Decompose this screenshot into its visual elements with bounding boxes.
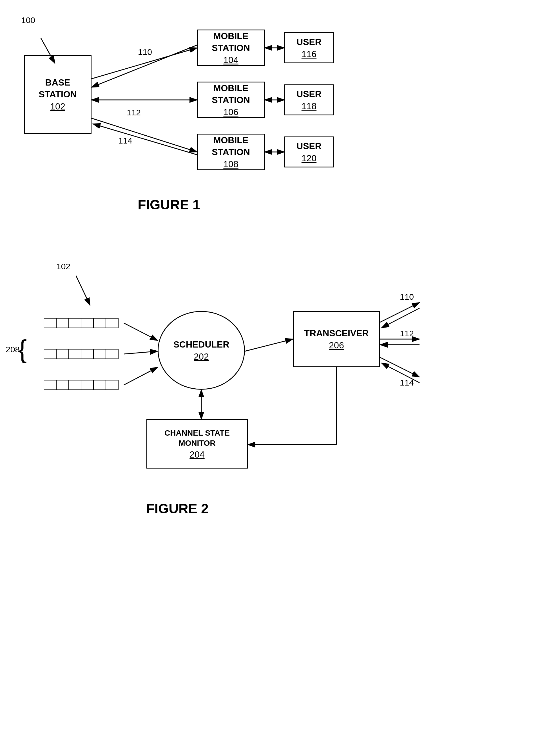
full-diagram: 100 BASESTATION 102 MOBILESTATION 104 MO… [0, 0, 560, 737]
mobile-station-104-box: MOBILESTATION 104 [197, 30, 265, 66]
queue-cell [44, 380, 57, 390]
mobile-station-108-box: MOBILESTATION 108 [197, 134, 265, 170]
mobile-station-106-box: MOBILESTATION 106 [197, 82, 265, 118]
link-114-arrow [92, 118, 197, 152]
fig1-diagram-label: 100 [21, 15, 35, 25]
transceiver-box: TRANSCEIVER 206 [293, 311, 380, 367]
base-station-number: 102 [50, 101, 65, 112]
mobile-106-label: MOBILESTATION [212, 82, 250, 106]
link-112-label: 112 [127, 108, 141, 117]
channel-state-monitor-label: CHANNEL STATEMONITOR [164, 428, 230, 448]
scheduler-box: SCHEDULER 202 [158, 311, 245, 390]
scheduler-label: SCHEDULER [173, 339, 229, 351]
queue-cell [68, 380, 81, 390]
mobile-106-number: 106 [223, 107, 238, 117]
queue-cell [44, 318, 57, 328]
queue-cell [106, 318, 119, 328]
queue-cell [106, 380, 119, 390]
user-118-label: USER [296, 88, 322, 100]
base-station-box: BASESTATION 102 [24, 55, 92, 134]
queue-cell [106, 349, 119, 359]
user-118-number: 118 [302, 101, 316, 111]
queue-cell [93, 318, 106, 328]
queue-cell [56, 380, 69, 390]
queue-cell [68, 318, 81, 328]
mobile-108-label: MOBILESTATION [212, 135, 250, 158]
queue-cell [81, 349, 94, 359]
transceiver-110-label: 110 [400, 292, 414, 302]
queue-208-label: 208 [6, 345, 20, 354]
fig2-diagram-label: 102 [56, 262, 70, 271]
transceiver-114-in [381, 363, 420, 383]
queue-cell [56, 318, 69, 328]
queue-cell [81, 318, 94, 328]
transceiver-114-label: 114 [400, 378, 414, 387]
link-114-label: 114 [118, 136, 132, 145]
channel-state-monitor-number: 204 [189, 449, 204, 460]
base-station-label: BASESTATION [39, 77, 77, 100]
queue3-to-scheduler [124, 367, 158, 385]
queue-cell [81, 380, 94, 390]
mobile-104-label: MOBILESTATION [212, 30, 250, 54]
transceiver-110-out [380, 303, 420, 322]
user-120-number: 120 [302, 153, 316, 164]
scheduler-to-transceiver [245, 339, 293, 351]
user-120-box: USER 120 [284, 137, 334, 168]
mobile-104-number: 104 [223, 55, 238, 65]
link-114-back-arrow [93, 124, 197, 155]
queue-row-1 [44, 318, 118, 328]
queue-cell [44, 349, 57, 359]
transceiver-114-out [380, 358, 420, 377]
user-118-box: USER 118 [284, 84, 334, 115]
figure2-caption: FIGURE 2 [121, 501, 234, 516]
link-110-label: 110 [138, 47, 152, 57]
user-116-label: USER [296, 36, 322, 48]
mobile-108-number: 108 [223, 159, 238, 169]
queue-cell [56, 349, 69, 359]
queue2-to-scheduler [124, 351, 158, 354]
user-120-label: USER [296, 140, 322, 152]
queue1-to-scheduler [124, 323, 158, 341]
fig2-102-arrow [76, 276, 90, 305]
scheduler-number: 202 [194, 352, 209, 362]
queue-cell [93, 380, 106, 390]
transceiver-112-label: 112 [400, 329, 414, 338]
transceiver-number: 206 [329, 340, 344, 351]
user-116-number: 116 [302, 49, 316, 59]
queue-cell [68, 349, 81, 359]
queue-row-3 [44, 380, 118, 390]
transceiver-110-in [381, 308, 420, 328]
figure1-caption: FIGURE 1 [113, 197, 225, 213]
queue-cell [93, 349, 106, 359]
link-110-arrow [92, 48, 197, 79]
queue-row-2 [44, 349, 118, 359]
transceiver-label: TRANSCEIVER [304, 328, 369, 340]
link-110-back-arrow [92, 45, 197, 87]
channel-state-monitor-box: CHANNEL STATEMONITOR 204 [146, 419, 248, 468]
user-116-box: USER 116 [284, 32, 334, 63]
